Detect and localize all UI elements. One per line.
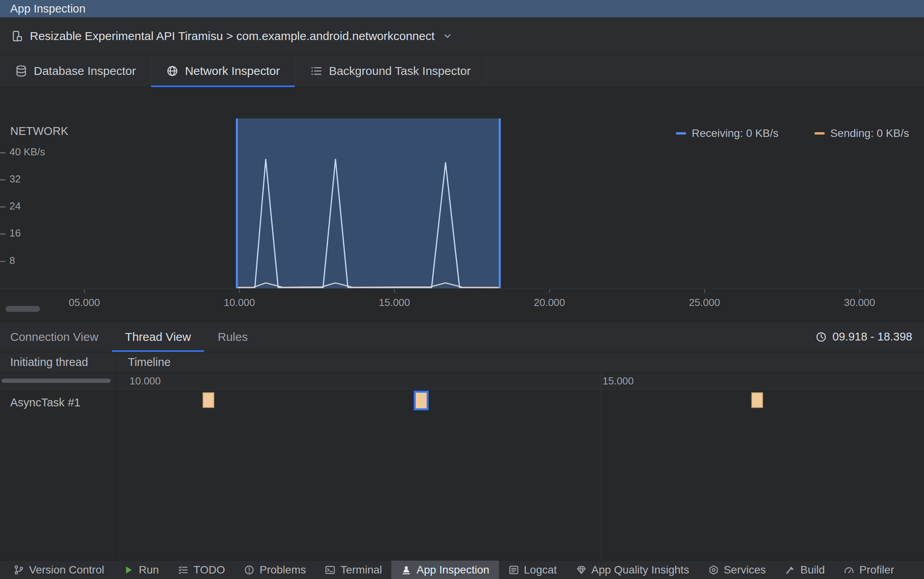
- x-axis-tick: [704, 289, 705, 293]
- timeline-marker: 15.000: [603, 375, 634, 387]
- terminal-icon: [325, 564, 336, 575]
- tab-database-inspector[interactable]: Database Inspector: [0, 55, 151, 87]
- network-request-block[interactable]: [203, 392, 214, 408]
- tab-label: Background Task Inspector: [329, 64, 471, 78]
- tab-label: Network Inspector: [185, 64, 280, 78]
- process-selector[interactable]: Resizable Experimental API Tiramisu > co…: [0, 17, 924, 55]
- selected-time-range: 09.918 - 18.398: [815, 322, 924, 352]
- tab-rules[interactable]: Rules: [204, 322, 261, 352]
- toolbar-item-label: TODO: [194, 564, 225, 576]
- toolbar-item-todo[interactable]: TODO: [168, 561, 234, 579]
- x-axis-tick: [394, 289, 395, 293]
- thread-column-scrollbar[interactable]: [2, 379, 111, 383]
- database-icon: [15, 65, 27, 77]
- x-axis-tick: [859, 289, 860, 293]
- tab-connection-view[interactable]: Connection View: [0, 322, 112, 352]
- column-header-timeline[interactable]: Timeline: [116, 352, 924, 372]
- toolbar-item-label: Run: [139, 564, 159, 576]
- gem-icon: [576, 564, 587, 575]
- thread-view-panel: Connection View Thread View Rules 09.918…: [0, 322, 924, 560]
- toolbar-item-services[interactable]: Services: [699, 561, 775, 579]
- toolbar-item-logcat[interactable]: Logcat: [499, 561, 566, 579]
- globe-icon: [166, 65, 179, 77]
- x-axis-label: 20.000: [534, 297, 565, 309]
- toolbar-item-build[interactable]: Build: [775, 561, 834, 579]
- timeline-ruler-region: 10.00015.000: [116, 373, 924, 390]
- network-request-block-selected[interactable]: [414, 391, 429, 410]
- column-divider[interactable]: [116, 390, 117, 560]
- network-request-block[interactable]: [751, 392, 763, 408]
- tab-network-inspector[interactable]: Network Inspector: [151, 55, 295, 87]
- thread-column-ruler-cell: [0, 373, 116, 390]
- toolbar-item-label: Logcat: [524, 564, 557, 576]
- resizable-device-icon: [11, 30, 23, 42]
- view-tabs: Connection View Thread View Rules 09.918…: [0, 322, 924, 352]
- timeline-gridline: [601, 373, 601, 560]
- tool-window-bar: Version Control Run TODO Problems Termin…: [0, 560, 924, 579]
- toolbar-item-app-inspection[interactable]: App Inspection: [391, 561, 499, 579]
- toolbar-item-label: Problems: [259, 564, 306, 576]
- thread-rows-area: AsyncTask #1: [0, 390, 924, 560]
- problems-icon: [244, 564, 255, 575]
- tab-label: Thread View: [125, 330, 191, 344]
- clock-icon: [815, 331, 827, 343]
- network-usage-chart[interactable]: [0, 118, 924, 288]
- x-axis-baseline: [0, 288, 924, 289]
- x-axis-label: 10.000: [224, 297, 255, 309]
- tab-label: Rules: [217, 330, 248, 344]
- app-inspection-icon: [401, 564, 412, 575]
- x-axis-tick: [239, 289, 240, 293]
- x-axis-label: 25.000: [689, 297, 720, 309]
- inspector-tabs: Database Inspector Network Inspector Bac…: [0, 55, 924, 87]
- toolbar-item-label: Profiler: [859, 564, 894, 576]
- toolbar-item-app-quality-insights[interactable]: App Quality Insights: [566, 561, 699, 579]
- thread-name: AsyncTask #1: [10, 396, 80, 409]
- toolbar-item-terminal[interactable]: Terminal: [315, 561, 391, 579]
- time-range-label: 09.918 - 18.398: [833, 330, 912, 343]
- chart-horizontal-scrollbar[interactable]: [5, 306, 40, 312]
- thread-table-header: Initiating thread Timeline: [0, 352, 924, 373]
- toolbar-item-label: Version Control: [29, 564, 104, 576]
- x-axis-label: 30.000: [844, 297, 875, 309]
- selection-handle-left[interactable]: [236, 118, 238, 288]
- column-label: Timeline: [128, 356, 171, 369]
- x-axis-tick: [84, 289, 85, 293]
- gauge-icon: [844, 564, 855, 575]
- toolbar-item-label: Build: [800, 564, 825, 576]
- toolbar-item-label: Services: [724, 564, 766, 576]
- play-icon: [123, 564, 134, 575]
- tab-background-task-inspector[interactable]: Background Task Inspector: [295, 55, 486, 87]
- timeline-ruler: 10.00015.000: [0, 373, 924, 390]
- toolbar-item-label: Terminal: [340, 564, 382, 576]
- toolbar-item-version-control[interactable]: Version Control: [4, 561, 113, 579]
- tab-label: Database Inspector: [34, 64, 136, 78]
- column-label: Initiating thread: [10, 356, 88, 369]
- tool-window-title: App Inspection: [10, 2, 86, 15]
- logcat-icon: [508, 564, 519, 575]
- toolbar-item-label: App Quality Insights: [592, 564, 689, 576]
- tab-label: Connection View: [10, 330, 99, 344]
- task-list-icon: [310, 65, 323, 77]
- x-axis-tick: [549, 289, 550, 293]
- x-axis-label: 15.000: [379, 297, 410, 309]
- tab-thread-view[interactable]: Thread View: [112, 322, 205, 352]
- tool-window-titlebar: App Inspection: [0, 0, 924, 17]
- todo-list-icon: [178, 564, 189, 575]
- toolbar-item-label: App Inspection: [416, 564, 489, 576]
- network-chart-panel: NETWORK Receiving: 0 KB/s Sending: 0 KB/…: [0, 87, 924, 322]
- chevron-down-icon: [442, 30, 453, 42]
- services-icon: [708, 564, 719, 575]
- toolbar-item-problems[interactable]: Problems: [234, 561, 315, 579]
- selection-handle-right[interactable]: [499, 118, 501, 288]
- timeline-marker: 10.000: [130, 375, 161, 387]
- x-axis-label: 05.000: [69, 297, 100, 309]
- hammer-icon: [785, 564, 796, 575]
- branch-icon: [13, 564, 24, 575]
- column-header-initiating-thread[interactable]: Initiating thread: [0, 352, 116, 372]
- toolbar-item-profiler[interactable]: Profiler: [834, 561, 904, 579]
- process-selector-label: Resizable Experimental API Tiramisu > co…: [30, 29, 435, 43]
- toolbar-item-run[interactable]: Run: [113, 561, 168, 579]
